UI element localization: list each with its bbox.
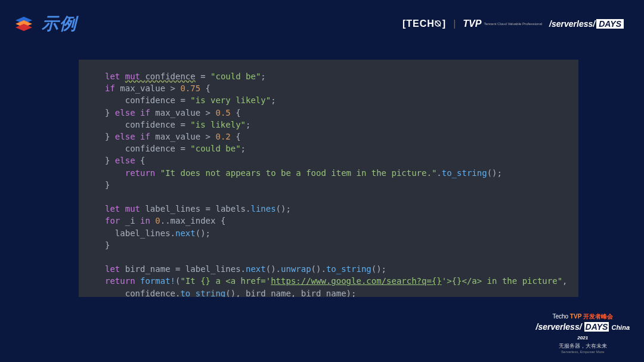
- techo-logo: TECH⦰: [402, 18, 446, 29]
- tvp-text: TVP: [463, 18, 481, 29]
- footer-summit: 开发者峰会: [583, 313, 613, 320]
- title-block: 示例: [14, 13, 78, 35]
- stack-icon: [14, 16, 33, 32]
- code-block[interactable]: let mut confidence = "could be"; if max_…: [79, 60, 578, 297]
- page-title: 示例: [42, 13, 78, 35]
- tvp-subtitle: Tencent Cloud Valuable Professional: [484, 22, 542, 26]
- brand-row: TECH⦰ | TVP Tencent Cloud Valuable Profe…: [402, 18, 624, 29]
- footer-serverless: /serverless/: [536, 322, 582, 332]
- serverless-logo: /serverless/DAYS: [549, 19, 624, 29]
- footer-techo: Techo: [552, 313, 568, 320]
- tvp-logo: TVP Tencent Cloud Valuable Professional: [463, 18, 542, 29]
- footer-line2: /serverless/DAYSChina2021: [536, 322, 630, 341]
- footer-line1: Techo TVP 开发者峰会: [536, 313, 630, 321]
- footer-tvp: TVP: [570, 313, 581, 320]
- serverless-text: /serverless/: [549, 19, 595, 29]
- footer-badge: Techo TVP 开发者峰会 /serverless/DAYSChina202…: [536, 313, 630, 354]
- days-badge: DAYS: [596, 19, 624, 29]
- footer-days: DAYS: [584, 322, 609, 332]
- separator-icon: |: [453, 18, 456, 29]
- footer-slogan-cn: 无服务器，大有未来: [536, 342, 630, 350]
- footer-slogan-en: Serverless, Empower More: [536, 350, 630, 354]
- header-bar: 示例 TECH⦰ | TVP Tencent Cloud Valuable Pr…: [0, 0, 644, 37]
